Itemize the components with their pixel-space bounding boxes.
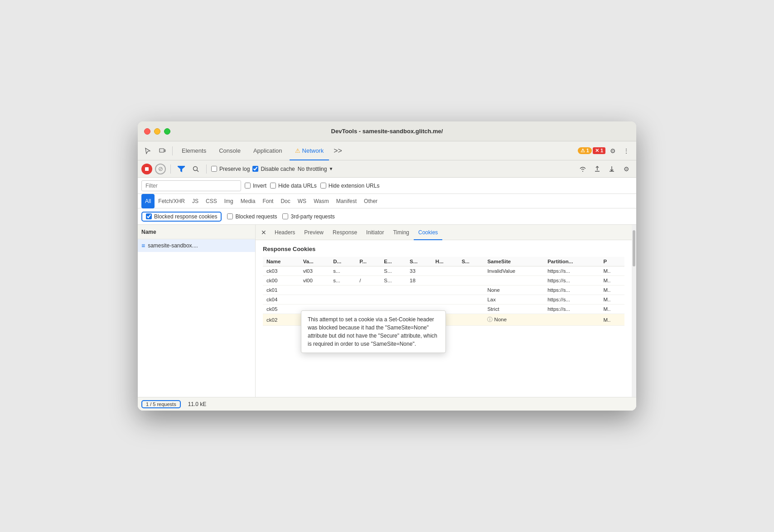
- tab-response[interactable]: Response: [328, 225, 362, 240]
- type-tab-doc[interactable]: Doc: [277, 194, 294, 208]
- table-row[interactable]: ck03vl03s...S...33InvalidValuehttps://s.…: [263, 266, 624, 276]
- traffic-lights: [144, 128, 170, 135]
- invert-checkbox[interactable]: [245, 183, 251, 189]
- device-icon[interactable]: [156, 145, 169, 157]
- network-settings-icon[interactable]: ⚙: [620, 163, 633, 175]
- third-party-requests-label[interactable]: 3rd-party requests: [282, 213, 334, 220]
- hide-ext-urls-label[interactable]: Hide extension URLs: [320, 183, 380, 189]
- disable-cache-checkbox[interactable]: [252, 166, 258, 172]
- blocked-requests-checkbox[interactable]: [227, 213, 233, 219]
- request-doc-icon: ≡: [141, 242, 145, 249]
- blocked-cookies-label[interactable]: Blocked response cookies: [141, 212, 222, 222]
- type-tab-font[interactable]: Font: [259, 194, 277, 208]
- col-va: Va...: [300, 257, 330, 266]
- tab-headers[interactable]: Headers: [270, 225, 300, 240]
- tab-elements[interactable]: Elements: [176, 141, 212, 160]
- hide-ext-checkbox[interactable]: [320, 183, 326, 189]
- type-tab-manifest[interactable]: Manifest: [333, 194, 360, 208]
- close-button[interactable]: [144, 128, 150, 135]
- cursor-icon[interactable]: [141, 145, 154, 157]
- cookies-header-row: NameVa...D...P...E...S...H...S...SameSit…: [263, 257, 624, 266]
- filter-icon[interactable]: [175, 163, 187, 175]
- type-tab-wasm[interactable]: Wasm: [310, 194, 333, 208]
- detail-content: Response Cookies NameVa...D...P...E...S.…: [256, 240, 632, 397]
- download-icon[interactable]: [605, 163, 618, 175]
- tab-console[interactable]: Console: [213, 141, 246, 160]
- col-samesite: SameSite: [484, 257, 544, 266]
- type-tab-img[interactable]: Img: [221, 194, 237, 208]
- tab-more[interactable]: >>: [331, 141, 345, 160]
- toolbar2-right: ⚙: [576, 163, 633, 175]
- col-name: Name: [263, 257, 300, 266]
- stop-recording-button[interactable]: [141, 164, 152, 174]
- svg-rect-2: [160, 149, 164, 152]
- tab-preview[interactable]: Preview: [300, 225, 328, 240]
- detail-panel: ✕ Headers Preview Response Initiator Tim…: [256, 225, 632, 397]
- table-row[interactable]: ck00vl00s.../S...18https://s...M..: [263, 276, 624, 285]
- svg-point-3: [194, 166, 198, 170]
- col-p: P...: [356, 257, 380, 266]
- throttle-dropdown[interactable]: No throttling ▼: [298, 166, 334, 172]
- col-s: S...: [458, 257, 484, 266]
- svg-rect-1: [164, 150, 165, 152]
- request-item[interactable]: ≡ samesite-sandbox....: [138, 239, 255, 252]
- hide-data-urls-label[interactable]: Hide data URLs: [270, 183, 317, 189]
- type-tab-all[interactable]: All: [141, 194, 155, 208]
- requests-panel: Name ≡ samesite-sandbox....: [138, 225, 256, 397]
- svg-line-4: [197, 170, 199, 172]
- type-tab-css[interactable]: CSS: [202, 194, 221, 208]
- clear-button[interactable]: ⊘: [155, 164, 166, 174]
- col-h: H...: [432, 257, 458, 266]
- tab-network[interactable]: ⚠ Network: [290, 141, 329, 160]
- type-tabs: AllFetch/XHRJSCSSImgMediaFontDocWSWasmMa…: [138, 194, 636, 208]
- tab-cookies[interactable]: Cookies: [414, 225, 442, 240]
- search-icon[interactable]: [190, 163, 202, 175]
- table-row[interactable]: ck01Nonehttps://s...M..: [263, 285, 624, 295]
- window-title: DevTools - samesite-sandbox.glitch.me/: [331, 128, 443, 135]
- transfer-size: 11.0 kE: [188, 401, 207, 407]
- table-row[interactable]: ck04Laxhttps://s...M..: [263, 295, 624, 305]
- toolbar-divider: [172, 146, 173, 155]
- stop-icon: [145, 167, 149, 171]
- col-e: E...: [380, 257, 406, 266]
- requests-count: 1 / 5 requests: [141, 400, 181, 408]
- detail-tabs: ✕ Headers Preview Response Initiator Tim…: [256, 225, 632, 240]
- toolbar-right: ⚠ 1 ✕ 1 ⚙ ⋮: [578, 145, 633, 157]
- hide-data-checkbox[interactable]: [270, 183, 276, 189]
- title-bar: DevTools - samesite-sandbox.glitch.me/: [138, 121, 636, 141]
- warning-badge: ⚠ 1: [578, 147, 592, 154]
- preserve-log-label[interactable]: Preserve log: [211, 166, 250, 172]
- col-s: S...: [406, 257, 432, 266]
- preserve-log-checkbox[interactable]: [211, 166, 217, 172]
- upload-icon[interactable]: [591, 163, 604, 175]
- third-party-checkbox[interactable]: [282, 213, 288, 219]
- col-partition: Partition...: [544, 257, 600, 266]
- invert-label[interactable]: Invert: [245, 183, 266, 189]
- wifi-icon[interactable]: [576, 163, 589, 175]
- type-tab-js[interactable]: JS: [189, 194, 202, 208]
- scrollbar-thumb[interactable]: [633, 230, 635, 266]
- divider2: [206, 164, 207, 174]
- type-tab-other[interactable]: Other: [360, 194, 381, 208]
- response-cookies-title: Response Cookies: [263, 246, 624, 252]
- blocked-requests-label[interactable]: Blocked requests: [227, 213, 277, 220]
- filter-input[interactable]: [141, 180, 241, 191]
- tab-timing[interactable]: Timing: [388, 225, 414, 240]
- maximize-button[interactable]: [164, 128, 170, 135]
- tab-application[interactable]: Application: [248, 141, 288, 160]
- more-icon[interactable]: ⋮: [620, 145, 633, 157]
- filter-row: Invert Hide data URLs Hide extension URL…: [138, 178, 636, 194]
- blocked-cookies-checkbox[interactable]: [146, 213, 152, 219]
- minimize-button[interactable]: [154, 128, 160, 135]
- type-tab-media[interactable]: Media: [237, 194, 259, 208]
- cookie-tooltip: This attempt to set a cookie via a Set-C…: [301, 310, 446, 353]
- network-warning-icon: ⚠: [295, 147, 300, 154]
- settings-icon[interactable]: ⚙: [606, 145, 619, 157]
- devtools-window: DevTools - samesite-sandbox.glitch.me/ E…: [138, 121, 636, 411]
- type-tab-fetch/xhr[interactable]: Fetch/XHR: [155, 194, 189, 208]
- type-tab-ws[interactable]: WS: [294, 194, 310, 208]
- close-detail-button[interactable]: ✕: [257, 226, 270, 239]
- scrollbar[interactable]: [632, 225, 636, 397]
- disable-cache-label[interactable]: Disable cache: [252, 166, 295, 172]
- tab-initiator[interactable]: Initiator: [362, 225, 388, 240]
